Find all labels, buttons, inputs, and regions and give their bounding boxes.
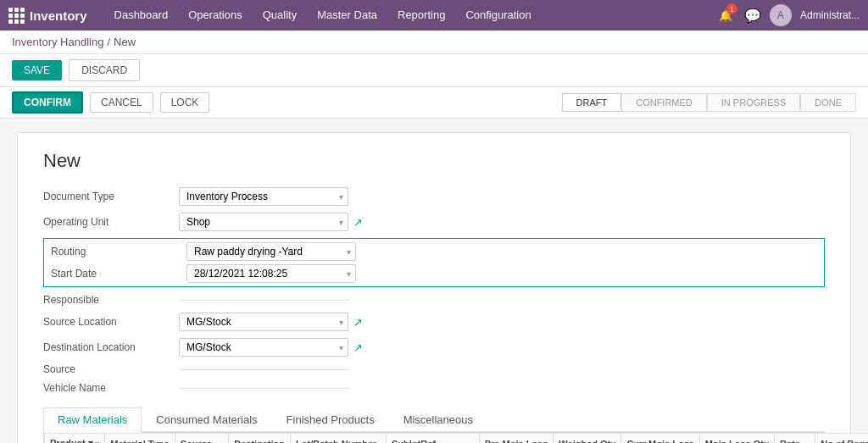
nav-quality[interactable]: Quality — [253, 0, 307, 30]
tab-raw-materials[interactable]: Raw Materials — [43, 407, 142, 433]
notification-badge: 1 — [726, 3, 737, 14]
nav-dashboard[interactable]: Dashboard — [104, 0, 179, 30]
col-pre-mois-loss: Pre.Mois.Loss — [479, 434, 554, 444]
source-location-select[interactable]: MG/Stock — [179, 313, 348, 331]
action-bar: SAVE DISCARD — [0, 54, 868, 87]
tab-finished-products[interactable]: Finished Products — [272, 407, 389, 431]
operating-unit-input-wrapper: Shop ↗ — [179, 213, 363, 231]
operating-unit-ext-link[interactable]: ↗ — [353, 216, 363, 229]
avatar[interactable]: A — [770, 4, 792, 26]
startdate-select-wrapper[interactable]: 28/12/2021 12:08:25 — [186, 264, 356, 283]
cancel-button[interactable]: CANCEL — [90, 92, 153, 113]
col-source: Source — [175, 434, 228, 444]
stage-inprogress: IN PROGRESS — [707, 93, 800, 112]
routing-select[interactable]: Raw paddy drying -Yard — [186, 242, 356, 261]
destination-location-ext-link[interactable]: ↗ — [353, 341, 363, 354]
document-type-select-wrapper[interactable]: Inventory Process — [179, 187, 348, 206]
topnav-menu: Dashboard Operations Quality Master Data… — [104, 0, 715, 30]
source-label: Source — [43, 363, 179, 375]
startdate-group: Start Date 28/12/2021 12:08:25 — [51, 264, 817, 283]
col-destination: Destination — [229, 434, 291, 444]
tab-miscellaneous[interactable]: Miscellaneous — [389, 407, 487, 431]
col-mois-loss-qty: Mois.Loss Qty — [699, 434, 774, 444]
routing-startdate-block: Routing Raw paddy drying -Yard Start Dat… — [43, 238, 825, 287]
materials-table: Product ▾ Material Type Source Destinati… — [44, 433, 868, 443]
col-rate: Rate — [775, 434, 815, 444]
lock-button[interactable]: LOCK — [160, 92, 210, 113]
routing-input-wrapper: Raw paddy drying -Yard — [186, 242, 356, 261]
source-value[interactable] — [179, 368, 348, 370]
col-no-of-bags: No.of Bags — [815, 434, 868, 444]
source-location-group: Source Location MG/Stock ↗ — [43, 313, 825, 331]
status-stages: DRAFT CONFIRMED IN PROGRESS DONE — [562, 93, 856, 112]
responsible-label: Responsible — [43, 294, 179, 306]
vehicle-name-value[interactable] — [179, 387, 348, 389]
breadcrumb-separator: / — [107, 36, 110, 48]
source-location-ext-link[interactable]: ↗ — [353, 316, 363, 329]
discard-button[interactable]: DISCARD — [69, 59, 140, 81]
routing-row: Routing Raw paddy drying -Yard Start Dat… — [44, 239, 824, 286]
table-wrapper: Product ▾ Material Type Source Destinati… — [43, 433, 825, 443]
source-group: Source — [43, 363, 825, 375]
responsible-group: Responsible — [43, 294, 825, 306]
vehicle-name-label: Vehicle Name — [43, 382, 179, 394]
responsible-value[interactable] — [179, 299, 348, 301]
col-weighed-qty: Weighed Qty — [554, 434, 621, 444]
notification-bell[interactable]: 🔔 1 — [715, 5, 736, 25]
document-type-select[interactable]: Inventory Process — [179, 187, 348, 206]
tabs: Raw Materials Consumed Materials Finishe… — [43, 407, 825, 433]
breadcrumb-current: New — [114, 36, 136, 48]
topnav-right: 🔔 1 💬 A Administrat... — [715, 4, 860, 26]
status-bar: CONFIRM CANCEL LOCK DRAFT CONFIRMED IN P… — [0, 87, 868, 119]
app-name: Inventory — [30, 8, 87, 23]
destination-location-select-wrapper[interactable]: MG/Stock — [179, 338, 348, 357]
source-location-select-wrapper[interactable]: MG/Stock — [179, 313, 348, 331]
operating-unit-select-wrapper[interactable]: Shop — [179, 213, 348, 231]
col-curr-mois-loss: Curr.Mois.Loss — [621, 434, 699, 444]
document-type-group: Document Type Inventory Process — [43, 187, 825, 206]
destination-location-select[interactable]: MG/Stock — [179, 338, 348, 357]
stage-done: DONE — [800, 93, 856, 112]
topnav: Inventory Dashboard Operations Quality M… — [0, 0, 868, 30]
confirm-button[interactable]: CONFIRM — [12, 91, 83, 114]
routing-group: Routing Raw paddy drying -Yard — [51, 242, 817, 261]
routing-select-wrapper[interactable]: Raw paddy drying -Yard — [186, 242, 356, 261]
routing-label: Routing — [51, 246, 186, 257]
stage-confirmed: CONFIRMED — [621, 93, 707, 112]
nav-configuration[interactable]: Configuration — [455, 0, 541, 30]
save-button[interactable]: SAVE — [12, 60, 62, 80]
form-title: New — [43, 150, 825, 172]
breadcrumb-parent[interactable]: Inventory Handling — [12, 36, 103, 48]
grid-icon — [8, 8, 25, 24]
destination-location-input-wrapper: MG/Stock ↗ — [179, 338, 363, 357]
nav-operations[interactable]: Operations — [178, 0, 253, 30]
document-type-input-wrapper: Inventory Process — [179, 187, 348, 206]
operating-unit-select[interactable]: Shop — [179, 213, 348, 231]
nav-masterdata[interactable]: Master Data — [307, 0, 387, 30]
admin-label: Administrat... — [800, 9, 860, 21]
destination-location-group: Destination Location MG/Stock ↗ — [43, 338, 825, 357]
vehicle-name-group: Vehicle Name — [43, 382, 825, 394]
col-lot-batch: Lot/Batch Number — [291, 434, 387, 444]
main-content: New Document Type Inventory Process Oper… — [0, 119, 868, 443]
destination-location-label: Destination Location — [43, 341, 179, 353]
chat-icon[interactable]: 💬 — [744, 8, 761, 24]
col-material-type: Material Type — [105, 434, 175, 444]
document-type-label: Document Type — [43, 191, 179, 202]
app-logo[interactable]: Inventory — [8, 8, 87, 24]
form-card: New Document Type Inventory Process Oper… — [17, 132, 851, 443]
nav-reporting[interactable]: Reporting — [387, 0, 455, 30]
startdate-label: Start Date — [51, 268, 186, 280]
startdate-select[interactable]: 28/12/2021 12:08:25 — [186, 264, 356, 283]
operating-unit-label: Operating Unit — [43, 216, 179, 228]
source-location-input-wrapper: MG/Stock ↗ — [179, 313, 363, 331]
source-location-label: Source Location — [43, 316, 179, 328]
col-sublot-ref: SublotRef. — [387, 434, 480, 444]
tab-consumed-materials[interactable]: Consumed Materials — [142, 407, 271, 431]
startdate-input-wrapper: 28/12/2021 12:08:25 — [186, 264, 356, 283]
col-product: Product ▾ — [45, 434, 105, 444]
stage-draft: DRAFT — [562, 93, 622, 112]
operating-unit-group: Operating Unit Shop ↗ — [43, 213, 825, 231]
breadcrumb: Inventory Handling / New — [0, 30, 868, 54]
